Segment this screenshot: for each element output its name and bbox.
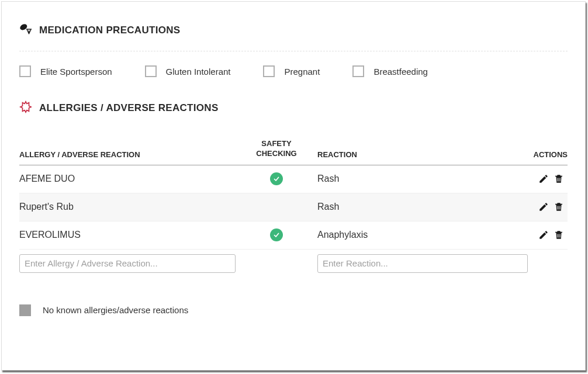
col-header-reaction: REACTION xyxy=(300,150,521,159)
allergy-cell: Rupert's Rub xyxy=(19,202,253,212)
allergies-table-body: AFEME DUORashRupert's RubRashEVEROLIMUSA… xyxy=(19,165,568,250)
allergy-input-row xyxy=(19,250,568,278)
precaution-pregnant[interactable]: Pregnant xyxy=(263,65,320,77)
checkbox-icon[interactable] xyxy=(145,65,157,77)
svg-point-0 xyxy=(20,23,27,30)
actions-cell xyxy=(521,202,568,212)
allergies-header: ALLERGIES / ADVERSE REACTIONS xyxy=(19,101,568,116)
allergies-title: ALLERGIES / ADVERSE REACTIONS xyxy=(39,102,219,114)
rx-warning-icon xyxy=(19,23,32,38)
edit-button[interactable] xyxy=(538,230,549,240)
delete-button[interactable] xyxy=(554,202,564,212)
svg-point-2 xyxy=(29,32,29,33)
safety-check-icon xyxy=(270,228,283,241)
col-header-safety: SAFETYCHECKING xyxy=(253,139,300,159)
reaction-cell: Rash xyxy=(300,202,521,212)
reaction-cell: Rash xyxy=(300,174,521,184)
allergy-cell: AFEME DUO xyxy=(19,174,253,184)
col-header-allergy: ALLERGY / ADVERSE REACTION xyxy=(19,150,253,159)
checkbox-label: Elite Sportsperson xyxy=(40,67,112,77)
actions-cell xyxy=(521,230,568,240)
safety-cell xyxy=(253,228,300,242)
checkbox-icon[interactable] xyxy=(19,65,31,77)
medical-star-icon xyxy=(19,101,32,116)
checkbox-icon[interactable] xyxy=(19,304,31,316)
checkbox-icon[interactable] xyxy=(263,65,275,77)
delete-button[interactable] xyxy=(554,174,564,184)
table-row: AFEME DUORash xyxy=(19,165,568,193)
delete-button[interactable] xyxy=(554,230,564,240)
table-row: EVEROLIMUSAnaphylaxis xyxy=(19,221,568,250)
checkbox-icon[interactable] xyxy=(352,65,364,77)
edit-button[interactable] xyxy=(538,202,549,212)
checkbox-label: Breastfeeding xyxy=(373,67,428,77)
actions-cell xyxy=(521,174,568,184)
table-row: Rupert's RubRash xyxy=(19,193,568,221)
no-known-label: No known allergies/adverse reactions xyxy=(43,305,188,315)
checkbox-label: Gluten Intolerant xyxy=(166,67,231,77)
precautions-header: MEDICATION PRECAUTIONS xyxy=(19,23,568,38)
allergies-table-header: ALLERGY / ADVERSE REACTION SAFETYCHECKIN… xyxy=(19,139,568,165)
main-panel: MEDICATION PRECAUTIONS Elite Sportsperso… xyxy=(1,1,586,370)
precautions-title: MEDICATION PRECAUTIONS xyxy=(39,25,180,36)
checkbox-label: Pregnant xyxy=(284,67,320,77)
precaution-breastfeeding[interactable]: Breastfeeding xyxy=(352,65,428,77)
precaution-gluten-intolerant[interactable]: Gluten Intolerant xyxy=(145,65,231,77)
reaction-cell: Anaphylaxis xyxy=(300,230,521,240)
safety-cell xyxy=(253,172,300,186)
no-known-allergies[interactable]: No known allergies/adverse reactions xyxy=(19,304,568,316)
precautions-checkboxes: Elite Sportsperson Gluten Intolerant Pre… xyxy=(19,65,568,77)
col-header-actions: ACTIONS xyxy=(521,150,568,159)
allergy-cell: EVEROLIMUS xyxy=(19,230,253,240)
precaution-elite-sportsperson[interactable]: Elite Sportsperson xyxy=(19,65,112,77)
safety-check-icon xyxy=(270,172,283,185)
divider xyxy=(19,51,568,51)
edit-button[interactable] xyxy=(538,174,549,184)
allergy-input[interactable] xyxy=(19,254,236,273)
reaction-input[interactable] xyxy=(317,254,528,273)
